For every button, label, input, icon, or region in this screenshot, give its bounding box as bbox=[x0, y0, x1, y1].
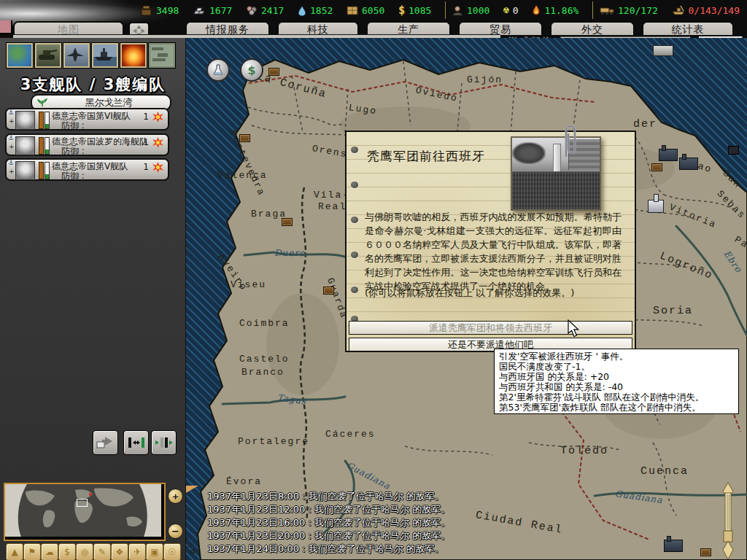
tooltip-line: 第53'秃鹰军团'轰炸联队 部队在这个剧情中消失。 bbox=[499, 402, 734, 413]
tab-diplomacy[interactable]: 外交 bbox=[550, 21, 635, 36]
commander-portrait bbox=[15, 111, 35, 130]
split-icon bbox=[127, 435, 146, 451]
mapmode-diplomatic-button[interactable]: ☉ bbox=[163, 543, 181, 560]
combat-events-button[interactable] bbox=[120, 42, 147, 69]
mapmode-partisans-button[interactable]: ❖ bbox=[111, 543, 128, 560]
sidebar: 3支舰队 / 3艘编队 黑尔戈兰湾 ⚓ + 德意志帝国第VI舰队 防御 : 1 … bbox=[0, 38, 186, 560]
org-bar bbox=[39, 162, 44, 179]
fleet-ship-count: 1 bbox=[143, 137, 149, 147]
factory-icon bbox=[659, 149, 678, 161]
zoom-out-button[interactable]: − bbox=[168, 524, 183, 539]
event-photo bbox=[511, 136, 601, 211]
event-title: 秃鹰军团前往西班牙 bbox=[367, 148, 485, 165]
event-body-text: 与佛朗哥吹嘘的相反，西班牙内战的发展不如预期。希特勒于是命令赫尔曼·戈林组建一支… bbox=[365, 210, 622, 293]
escorts-icon bbox=[672, 5, 685, 15]
log-line: 1937年1月23日20:00 : 我们空袭了位于哈马尔 的敌军。 bbox=[207, 529, 450, 542]
mapmode-economy-button[interactable]: $ bbox=[58, 543, 76, 560]
dissent-icon bbox=[532, 5, 541, 16]
fleet-card[interactable]: ⚓ + 德意志帝国第V舰队 防御 : 1 bbox=[5, 158, 169, 181]
merge-fleet-button[interactable] bbox=[151, 430, 177, 455]
factory-icon bbox=[679, 158, 698, 170]
game-screen: 3498 1677 2417 1852 6050 $ 1085 bbox=[0, 0, 747, 560]
resource-depot-icon bbox=[282, 218, 293, 226]
minimized-flag-tab[interactable] bbox=[0, 20, 12, 34]
metal-icon bbox=[193, 5, 206, 15]
commander-portrait bbox=[15, 136, 35, 155]
log-line: 1937年1月24日0:00 : 我们空袭了位于哈马尔 的敌军。 bbox=[207, 542, 444, 556]
europe-map-button[interactable] bbox=[6, 42, 34, 69]
resource-dissent: 11.86% bbox=[532, 5, 578, 16]
tab-statistics[interactable]: 统计表 bbox=[642, 21, 734, 36]
money-event-coin-button[interactable]: $ bbox=[240, 58, 263, 82]
split-fleet-button[interactable] bbox=[123, 430, 149, 455]
event-option-send-button[interactable]: 派遣秃鹰军团和将领去西班牙 bbox=[349, 321, 632, 335]
mapmode-infrastructure-button[interactable]: ✎ bbox=[93, 543, 111, 560]
airforce-button[interactable] bbox=[63, 42, 90, 69]
move-fleet-button[interactable] bbox=[93, 430, 118, 455]
province-label: Valença bbox=[217, 170, 268, 181]
photo-crowd bbox=[512, 171, 600, 209]
org-bar bbox=[39, 112, 44, 129]
tab-diplomacy-label: 外交 bbox=[581, 23, 603, 36]
resource-rare-materials: 2417 bbox=[246, 5, 284, 16]
navy-button[interactable] bbox=[91, 42, 119, 69]
mapmode-airzones-button[interactable]: ✈ bbox=[128, 543, 146, 560]
river-label: Duero bbox=[274, 248, 305, 258]
log-expand-arrow[interactable] bbox=[186, 486, 198, 493]
fleet-card[interactable]: ⚓ + 德意志帝国第VI舰队 防御 : 1 bbox=[5, 108, 169, 131]
province-label: Branco bbox=[241, 367, 285, 378]
resource-energy: 3498 bbox=[140, 5, 179, 16]
mapmode-political-button[interactable]: ⚑ bbox=[23, 543, 41, 560]
fleet-card[interactable]: ⚓ + 德意志帝国波罗的海舰队 防御 : 1 bbox=[5, 133, 169, 156]
commander-portrait bbox=[15, 161, 35, 180]
mapmode-resources-button[interactable]: ◎ bbox=[76, 543, 93, 560]
resource-depot-icon bbox=[323, 287, 334, 295]
strength-bar bbox=[44, 162, 50, 179]
paperclip-icon bbox=[560, 122, 580, 160]
province-label: Soria bbox=[653, 305, 693, 317]
province-label: Vila- bbox=[314, 190, 349, 201]
province-label: Toledo bbox=[560, 445, 608, 457]
log-scrollbar-handle bbox=[719, 483, 738, 560]
mapmode-supply-button[interactable]: ▣ bbox=[146, 543, 163, 560]
army-button[interactable] bbox=[34, 42, 62, 69]
minimap-world bbox=[5, 484, 161, 537]
rare-materials-icon bbox=[246, 5, 258, 15]
province-label: Cuenca bbox=[640, 465, 689, 478]
flask-icon bbox=[212, 63, 224, 77]
log-scrollbar[interactable] bbox=[719, 483, 738, 560]
fleet-list-title: 3支舰队 / 3艘编队 bbox=[0, 74, 186, 95]
tab-statistics-label: 统计表 bbox=[672, 23, 705, 36]
log-line: 1937年1月23日8:00 : 我们空袭了位于哈马尔 的敌军。 bbox=[207, 490, 444, 503]
event-hint-text: (你可以将鼠标放在按钮上 以了解你选择的效果。) bbox=[365, 287, 622, 300]
plus-icon: + bbox=[9, 118, 15, 124]
all-units-button[interactable] bbox=[148, 42, 176, 69]
photo-trees bbox=[512, 142, 546, 164]
combat-burst-icon bbox=[152, 112, 163, 122]
event-effects-tooltip: 引发'空军被派往西班牙 ' 事件。 国民不满度改变了-1。 与西班牙国 的关系是… bbox=[494, 349, 739, 414]
province-label: Gijón bbox=[467, 74, 503, 85]
tooltip-line: 国民不满度改变了-1。 bbox=[499, 362, 734, 372]
naval-base-icon bbox=[653, 45, 673, 56]
anchor-icon: ⚓ bbox=[8, 109, 14, 116]
binder-hole bbox=[351, 252, 358, 258]
province-label: Évora bbox=[226, 476, 262, 487]
factory-icon bbox=[664, 540, 683, 552]
tech-event-coin-button[interactable] bbox=[206, 58, 230, 82]
combat-burst-icon bbox=[152, 137, 163, 148]
resource-depot-icon bbox=[700, 548, 711, 556]
minimap[interactable] bbox=[4, 483, 166, 541]
resource-depot-icon bbox=[651, 163, 662, 171]
mapmode-weather-button[interactable]: ☁ bbox=[41, 543, 58, 560]
money-icon: $ bbox=[398, 4, 405, 17]
merge-icon bbox=[155, 435, 174, 451]
mapmode-terrain-button[interactable]: ▲ bbox=[6, 543, 23, 560]
province-label: Castelo bbox=[239, 354, 290, 365]
resource-depot-icon bbox=[239, 134, 250, 142]
event-dialog: 秃鹰军团前往西班牙 与佛朗哥吹嘘的相反，西班牙内战的发展不如预期。希特勒于是命令… bbox=[345, 131, 636, 352]
tank-icon bbox=[35, 43, 58, 65]
sail-arrow-icon bbox=[96, 435, 115, 451]
binder-hole bbox=[351, 147, 358, 153]
fleet-ship-count: 1 bbox=[143, 112, 149, 122]
zoom-in-button[interactable]: ＋ bbox=[168, 489, 183, 504]
